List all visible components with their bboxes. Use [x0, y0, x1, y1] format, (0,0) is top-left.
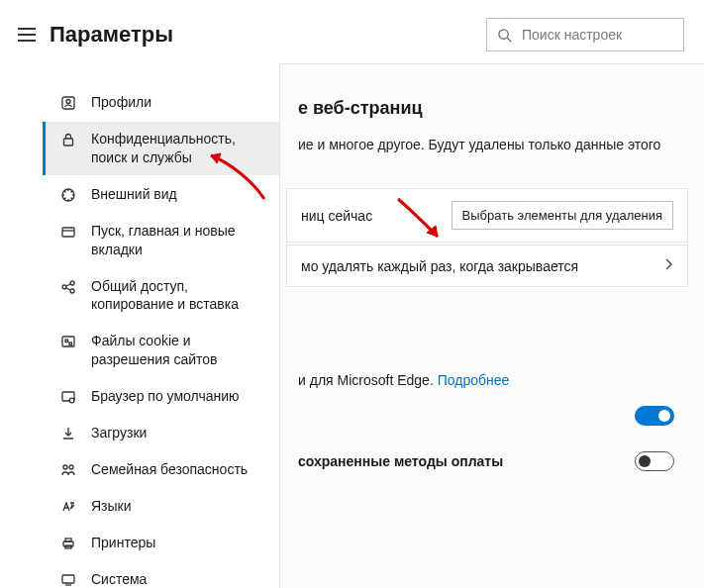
system-icon [59, 571, 77, 588]
cookie-icon [59, 333, 77, 350]
svg-rect-21 [65, 539, 71, 541]
clear-on-close-label: мо удалять каждый раз, когда закрывается [301, 258, 578, 274]
sidebar-item-label: Языки [91, 497, 132, 516]
sidebar-item-label: Семейная безопасность [91, 460, 248, 479]
sidebar-item-cookies[interactable]: Файлы cookie и разрешения сайтов [43, 324, 279, 377]
sidebar-item-label: Файлы cookie и разрешения сайтов [91, 332, 265, 369]
svg-point-3 [66, 100, 70, 104]
svg-rect-14 [65, 340, 68, 343]
chevron-right-icon [663, 257, 673, 274]
toggle-2-label: сохраненные методы оплаты [298, 453, 503, 469]
lock-icon [59, 131, 77, 148]
section-heading: е веб-страниц [286, 98, 688, 119]
download-icon [59, 425, 77, 442]
sidebar-item-label: Пуск, главная и новые вкладки [91, 222, 265, 259]
sidebar-item-label: Принтеры [91, 534, 155, 552]
sidebar-item-profiles[interactable]: Профили [43, 85, 279, 120]
sidebar-item-system[interactable]: Система [43, 562, 279, 588]
default-browser-icon [59, 388, 77, 406]
toggle-1[interactable] [635, 406, 674, 426]
search-placeholder: Поиск настроек [522, 27, 622, 43]
hamburger-menu-icon[interactable] [18, 28, 36, 42]
svg-line-12 [66, 288, 70, 290]
page-title: Параметры [50, 22, 173, 48]
sidebar-item-default-browser[interactable]: Браузер по умолчанию [43, 379, 279, 414]
svg-point-19 [69, 465, 73, 469]
sidebar-item-share-copy[interactable]: Общий доступ, копирование и вставка [43, 269, 279, 323]
svg-rect-15 [69, 343, 72, 345]
svg-point-10 [70, 289, 74, 293]
svg-line-11 [66, 284, 70, 286]
sidebar-item-label: Браузер по умолчанию [91, 387, 240, 406]
learn-more-link[interactable]: Подробнее [438, 372, 510, 388]
section-description: ие и многое другое. Будут удалены только… [286, 137, 688, 152]
profile-icon [59, 94, 77, 112]
search-input[interactable]: Поиск настроек [486, 18, 684, 51]
tab-icon [59, 223, 77, 241]
content-area: е веб-страниц ие и многое другое. Будут … [279, 63, 704, 588]
sidebar-item-label: Профили [91, 93, 151, 112]
annotation-arrow-1 [203, 151, 272, 210]
search-icon [497, 28, 512, 43]
svg-point-0 [499, 29, 508, 38]
svg-point-9 [70, 281, 74, 285]
svg-point-18 [63, 465, 67, 469]
svg-rect-23 [62, 575, 74, 583]
svg-point-17 [69, 398, 74, 403]
sidebar-item-label: Система [91, 570, 147, 588]
languages-icon [59, 498, 77, 516]
clear-now-label: ниц сейчас [301, 208, 372, 224]
toggle-row-1 [286, 388, 688, 434]
sidebar-item-label: Загрузки [91, 424, 147, 442]
annotation-arrow-2 [392, 193, 448, 249]
svg-rect-6 [62, 228, 74, 237]
sidebar-item-label: Внешний вид [91, 185, 177, 204]
toggle-row-2: сохраненные методы оплаты [286, 434, 688, 479]
clear-on-close-row[interactable]: мо удалять каждый раз, когда закрывается [286, 245, 688, 287]
choose-what-to-clear-button[interactable]: Выбрать элементы для удаления [452, 201, 673, 230]
toggle-2[interactable] [635, 451, 674, 471]
clear-now-row: ниц сейчас Выбрать элементы для удаления [286, 188, 688, 243]
appearance-icon [59, 186, 77, 204]
sidebar-item-downloads[interactable]: Загрузки [43, 416, 279, 450]
svg-line-1 [507, 38, 511, 42]
sidebar-item-family[interactable]: Семейная безопасность [43, 452, 279, 487]
services-text: и для Microsoft Edge. Подробнее [286, 372, 688, 388]
sidebar-item-label: Общий доступ, копирование и вставка [91, 277, 265, 315]
svg-rect-4 [64, 139, 73, 146]
sidebar-item-languages[interactable]: Языки [43, 489, 279, 524]
printer-icon [59, 535, 77, 552]
sidebar-item-printers[interactable]: Принтеры [43, 526, 279, 560]
sidebar: Профили Конфиденциальность, поиск и служ… [0, 63, 279, 588]
sidebar-item-start-home[interactable]: Пуск, главная и новые вкладки [43, 214, 279, 267]
family-icon [59, 461, 77, 479]
svg-point-8 [62, 285, 66, 289]
share-icon [59, 278, 77, 296]
